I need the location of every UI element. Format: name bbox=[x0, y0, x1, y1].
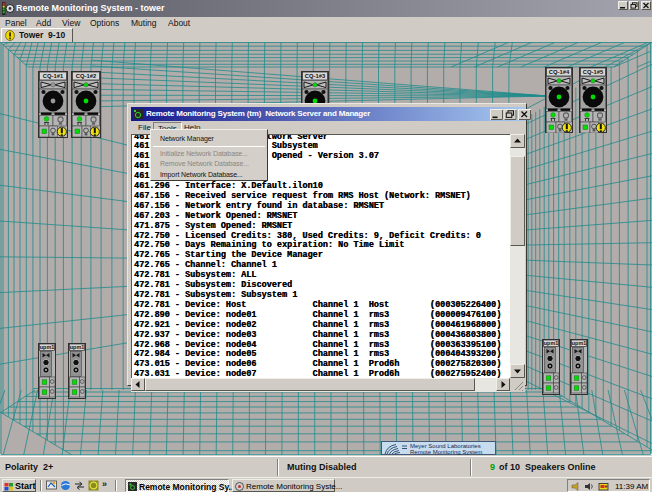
svg-text:CQ-1#2: CQ-1#2 bbox=[76, 73, 96, 79]
svg-text:CQ-1#1: CQ-1#1 bbox=[43, 73, 64, 79]
svg-text:upm1: upm1 bbox=[572, 340, 586, 346]
svg-text:CQ-1#4: CQ-1#4 bbox=[549, 69, 570, 75]
svg-text:CQ-1#5: CQ-1#5 bbox=[583, 69, 604, 75]
svg-text:upm1: upm1 bbox=[70, 344, 84, 350]
svg-text:upm1: upm1 bbox=[40, 344, 54, 350]
svg-text:CQ-1#3: CQ-1#3 bbox=[305, 73, 326, 79]
svg-text:upm1: upm1 bbox=[544, 340, 558, 346]
